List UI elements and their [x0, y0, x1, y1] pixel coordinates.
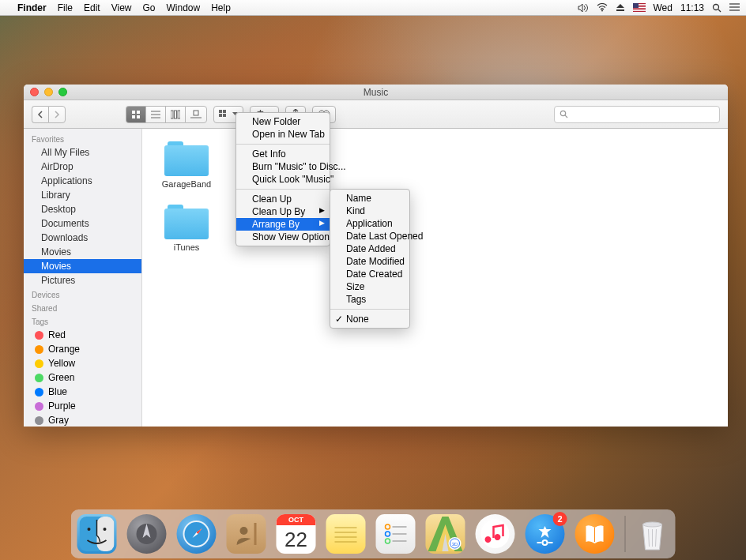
separator	[330, 309, 409, 310]
column-view-button[interactable]	[165, 106, 185, 123]
folder-garageband[interactable]: GarageBand	[155, 141, 218, 189]
dock-itunes[interactable]	[476, 514, 515, 554]
ctx-clean-up[interactable]: Clean Up	[236, 193, 330, 205]
dock-ibooks[interactable]	[575, 514, 615, 554]
search-field[interactable]	[554, 106, 720, 123]
back-button[interactable]	[32, 106, 48, 123]
tag-gray[interactable]: Gray	[24, 413, 141, 427]
svg-point-32	[560, 111, 565, 115]
dock-launchpad[interactable]	[127, 514, 167, 554]
wifi-icon[interactable]	[597, 3, 608, 12]
tag-yellow[interactable]: Yellow	[24, 356, 141, 370]
spotlight-icon[interactable]	[712, 3, 722, 13]
file-menu[interactable]: File	[58, 2, 73, 13]
flag-icon[interactable]	[633, 3, 646, 12]
sub-date-created[interactable]: Date Created	[330, 268, 409, 280]
clock-day[interactable]: Wed	[654, 2, 673, 13]
tag-green[interactable]: Green	[24, 370, 141, 385]
sub-size[interactable]: Size	[330, 280, 409, 293]
ctx-open-new-tab[interactable]: Open in New Tab	[236, 128, 330, 141]
ctx-arrange-by[interactable]: Arrange By▶	[236, 218, 330, 231]
sub-none[interactable]: ✓None	[330, 313, 409, 325]
folder-itunes[interactable]: iTunes	[155, 205, 218, 252]
svg-point-57	[543, 540, 548, 545]
svg-point-41	[240, 527, 248, 535]
clock-time[interactable]: 11:13	[680, 2, 704, 13]
app-menu[interactable]: Finder	[17, 2, 47, 13]
dock-contacts[interactable]	[227, 514, 266, 554]
ctx-quick-look[interactable]: Quick Look "Music"	[236, 173, 330, 186]
view-menu[interactable]: View	[111, 2, 132, 13]
dock-safari[interactable]	[177, 514, 217, 554]
sidebar-item-documents[interactable]: Documents	[24, 216, 141, 231]
folder-icon	[164, 205, 209, 239]
close-button[interactable]	[30, 88, 39, 96]
sub-date-modified[interactable]: Date Modified	[330, 255, 409, 268]
help-menu[interactable]: Help	[211, 2, 231, 13]
sidebar-item-airdrop[interactable]: AirDrop	[24, 160, 141, 174]
svg-rect-5	[633, 9, 646, 9]
dock-appstore[interactable]: 2	[526, 514, 565, 554]
dock-reminders[interactable]	[376, 514, 416, 554]
svg-rect-6	[633, 10, 646, 11]
svg-point-51	[386, 539, 390, 543]
svg-text:3D: 3D	[452, 542, 458, 547]
sidebar-item-pictures[interactable]: Pictures	[24, 273, 141, 288]
svg-point-59	[643, 522, 662, 527]
svg-rect-25	[219, 110, 222, 113]
separator	[236, 144, 330, 145]
notification-center-icon[interactable]	[729, 3, 740, 12]
appstore-badge: 2	[553, 512, 567, 526]
dock-notes[interactable]	[326, 514, 366, 554]
sub-date-added[interactable]: Date Added	[330, 242, 409, 255]
svg-rect-14	[137, 111, 140, 114]
sidebar-item-allmyfiles[interactable]: All My Files	[24, 145, 141, 160]
tag-red[interactable]: Red	[24, 328, 141, 342]
content-area[interactable]: GarageBand iTunes	[142, 129, 728, 427]
folder-label: GarageBand	[162, 179, 211, 189]
dock: OCT 22 3D 2	[71, 509, 676, 558]
forward-button[interactable]	[48, 106, 66, 123]
icon-view-button[interactable]	[126, 106, 145, 123]
edit-menu[interactable]: Edit	[84, 2, 100, 13]
separator	[236, 189, 330, 190]
sub-name[interactable]: Name	[330, 192, 409, 205]
tags-header: Tags	[24, 314, 141, 328]
dock-finder[interactable]	[77, 514, 117, 554]
dock-calendar[interactable]: OCT 22	[277, 514, 316, 554]
zoom-button[interactable]	[58, 88, 67, 96]
sidebar-item-movies[interactable]: Movies	[24, 245, 141, 259]
eject-icon[interactable]	[616, 3, 625, 12]
sidebar-item-library[interactable]: Library	[24, 188, 141, 202]
svg-point-49	[386, 532, 390, 536]
ctx-clean-up-by[interactable]: Clean Up By▶	[236, 205, 330, 218]
svg-rect-28	[223, 114, 226, 117]
go-menu[interactable]: Go	[143, 2, 156, 13]
ctx-show-view-options[interactable]: Show View Options	[236, 231, 330, 243]
favorites-header: Favorites	[24, 132, 141, 145]
coverflow-view-button[interactable]	[185, 106, 207, 123]
tag-label: Green	[48, 372, 74, 383]
sub-date-last-opened[interactable]: Date Last Opened	[330, 230, 409, 242]
minimize-button[interactable]	[44, 88, 53, 96]
sub-application[interactable]: Application	[330, 217, 409, 230]
tag-orange[interactable]: Orange	[24, 342, 141, 356]
sidebar-item-downloads[interactable]: Downloads	[24, 231, 141, 245]
sub-kind[interactable]: Kind	[330, 205, 409, 217]
sidebar-item-movies2[interactable]: Movies	[24, 259, 141, 273]
tag-blue[interactable]: Blue	[24, 385, 141, 399]
list-view-button[interactable]	[145, 106, 165, 123]
sidebar-item-applications[interactable]: Applications	[24, 174, 141, 188]
sidebar-item-desktop[interactable]: Desktop	[24, 202, 141, 216]
dock-trash[interactable]	[636, 514, 669, 554]
tag-purple[interactable]: Purple	[24, 399, 141, 413]
ctx-get-info[interactable]: Get Info	[236, 148, 330, 160]
window-menu[interactable]: Window	[167, 2, 201, 13]
sub-tags[interactable]: Tags	[330, 293, 409, 306]
volume-icon[interactable]	[578, 3, 589, 13]
ctx-new-folder[interactable]: New Folder	[236, 115, 330, 128]
dock-maps[interactable]: 3D	[426, 514, 465, 554]
titlebar[interactable]: Music	[24, 85, 728, 100]
svg-line-33	[565, 115, 567, 118]
ctx-burn[interactable]: Burn "Music" to Disc...	[236, 160, 330, 173]
